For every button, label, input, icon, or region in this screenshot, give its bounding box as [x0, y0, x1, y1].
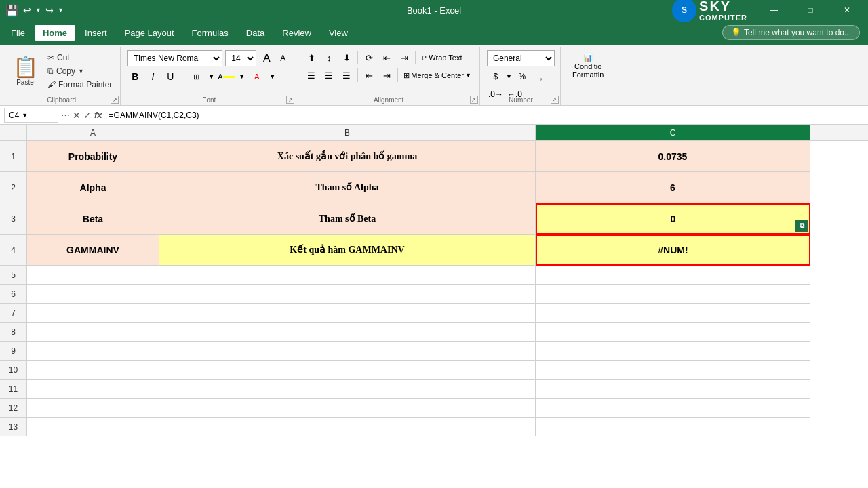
cell-a2[interactable]: Alpha — [27, 172, 159, 203]
menu-file[interactable]: File — [3, 25, 33, 41]
cell-b13[interactable] — [159, 418, 536, 436]
menu-page-layout[interactable]: Page Layout — [117, 25, 182, 41]
cell-name-box[interactable]: C4 ▼ — [4, 108, 58, 123]
cell-a5[interactable] — [27, 266, 159, 285]
alignment-expand-icon[interactable]: ↗ — [470, 96, 478, 104]
cell-b6[interactable] — [159, 285, 536, 304]
formula-options-icon[interactable]: ⋯ — [61, 110, 70, 120]
align-right-button[interactable]: ☰ — [338, 68, 355, 83]
cell-b8[interactable] — [159, 323, 536, 342]
minimize-button[interactable]: — — [758, 0, 789, 20]
copy-button[interactable]: ⧉ Copy ▼ — [45, 65, 115, 77]
font-family-select[interactable]: Times New Roma — [127, 50, 222, 66]
cell-c1[interactable]: 0.0735 — [536, 141, 810, 172]
paste-button[interactable]: 📋 Paste — [8, 50, 42, 91]
bold-button[interactable]: B — [127, 69, 142, 84]
col-header-c[interactable]: C — [536, 125, 810, 141]
border-dropdown[interactable]: ▼ — [208, 73, 214, 80]
outdent-button[interactable]: ⇥ — [396, 50, 412, 65]
menu-data[interactable]: Data — [238, 25, 273, 41]
cell-b10[interactable] — [159, 361, 536, 380]
cell-a13[interactable] — [27, 418, 159, 436]
bottom-align-button[interactable]: ⬇ — [338, 50, 355, 65]
number-format-select[interactable]: General — [487, 50, 555, 66]
formula-input[interactable] — [105, 108, 864, 123]
cell-c4[interactable]: #NUM! — [536, 235, 810, 266]
border-button[interactable]: ⊞ — [186, 69, 205, 84]
comma-button[interactable]: , — [532, 69, 550, 84]
menu-home[interactable]: Home — [35, 25, 75, 41]
cell-b12[interactable] — [159, 399, 536, 418]
cell-a1[interactable]: Probability — [27, 141, 159, 172]
menu-insert[interactable]: Insert — [77, 25, 115, 41]
col-header-b[interactable]: B — [159, 125, 536, 141]
fill-color-button[interactable]: A — [217, 69, 236, 84]
redo-icon[interactable]: ↪ — [45, 5, 54, 16]
cell-a11[interactable] — [27, 380, 159, 399]
cancel-formula-icon[interactable]: ✕ — [73, 110, 81, 121]
cell-a3[interactable]: Beta — [27, 203, 159, 235]
customize-icon[interactable]: ▼ — [58, 7, 64, 14]
paste-special-icon[interactable]: ⧉ — [795, 220, 808, 232]
copy-dropdown-icon[interactable]: ▼ — [78, 68, 84, 75]
font-size-select[interactable]: 14 — [225, 50, 256, 66]
cell-a8[interactable] — [27, 323, 159, 342]
cell-b2[interactable]: Tham số Alpha — [159, 172, 536, 203]
tell-me-search[interactable]: 💡 Tell me what you want to do... — [722, 25, 860, 40]
cell-name-dropdown[interactable]: ▼ — [22, 112, 28, 119]
conditional-formatting-button[interactable]: 📊 Conditio Formattin — [568, 50, 608, 82]
decrease-indent-button[interactable]: ⇤ — [361, 68, 377, 83]
top-align-button[interactable]: ⬆ — [303, 50, 319, 65]
italic-button[interactable]: I — [145, 69, 160, 84]
text-direction-button[interactable]: ⟳ — [361, 50, 377, 65]
undo-icon[interactable]: ↩ — [23, 5, 31, 16]
cell-a10[interactable] — [27, 361, 159, 380]
undo-dropdown-icon[interactable]: ▼ — [35, 7, 41, 14]
cell-a4[interactable]: GAMMAINV — [27, 235, 159, 266]
indent-button[interactable]: ⇤ — [378, 50, 395, 65]
font-decrease-button[interactable]: A — [275, 51, 290, 66]
cell-c12[interactable] — [536, 399, 810, 418]
percent-button[interactable]: % — [513, 69, 531, 84]
font-expand-icon[interactable]: ↗ — [286, 96, 294, 104]
fill-dropdown[interactable]: ▼ — [239, 73, 245, 80]
number-expand-icon[interactable]: ↗ — [551, 96, 559, 104]
cell-b9[interactable] — [159, 342, 536, 361]
merge-center-button[interactable]: ⊞ Merge & Center ▼ — [401, 70, 474, 81]
cell-c13[interactable] — [536, 418, 810, 436]
cell-b1[interactable]: Xác suất gắn với phân bố gamma — [159, 141, 536, 172]
font-color-button[interactable]: A̲ — [248, 69, 267, 84]
cell-c7[interactable] — [536, 304, 810, 323]
underline-button[interactable]: U — [163, 69, 178, 84]
menu-formulas[interactable]: Formulas — [184, 25, 237, 41]
increase-indent-button[interactable]: ⇥ — [378, 68, 395, 83]
save-icon[interactable]: 💾 — [5, 4, 19, 17]
cell-c8[interactable] — [536, 323, 810, 342]
wrap-text-button[interactable]: ↵ Wrap Text — [418, 52, 465, 64]
cell-a6[interactable] — [27, 285, 159, 304]
font-color-dropdown[interactable]: ▼ — [269, 73, 275, 80]
cell-c11[interactable] — [536, 380, 810, 399]
cell-a7[interactable] — [27, 304, 159, 323]
cell-c5[interactable] — [536, 266, 810, 285]
cell-a9[interactable] — [27, 342, 159, 361]
currency-button[interactable]: $ — [487, 69, 505, 84]
close-button[interactable]: ✕ — [831, 0, 863, 20]
format-painter-button[interactable]: 🖌 Format Painter — [45, 79, 115, 91]
cell-c9[interactable] — [536, 342, 810, 361]
currency-dropdown[interactable]: ▼ — [506, 73, 512, 80]
cell-b7[interactable] — [159, 304, 536, 323]
clipboard-expand-icon[interactable]: ↗ — [111, 96, 119, 104]
cell-b11[interactable] — [159, 380, 536, 399]
col-header-a[interactable]: A — [27, 125, 159, 141]
cell-b3[interactable]: Tham số Beta — [159, 203, 536, 235]
align-left-button[interactable]: ☰ — [303, 68, 319, 83]
cell-c3[interactable]: 0 ⧉ — [536, 203, 810, 235]
cell-b4[interactable]: Kết quả hàm GAMMAINV — [159, 235, 536, 266]
cell-c2[interactable]: 6 — [536, 172, 810, 203]
font-increase-button[interactable]: A — [259, 51, 274, 66]
middle-align-button[interactable]: ↕ — [321, 50, 337, 65]
cell-b5[interactable] — [159, 266, 536, 285]
menu-review[interactable]: Review — [274, 25, 319, 41]
cell-c6[interactable] — [536, 285, 810, 304]
